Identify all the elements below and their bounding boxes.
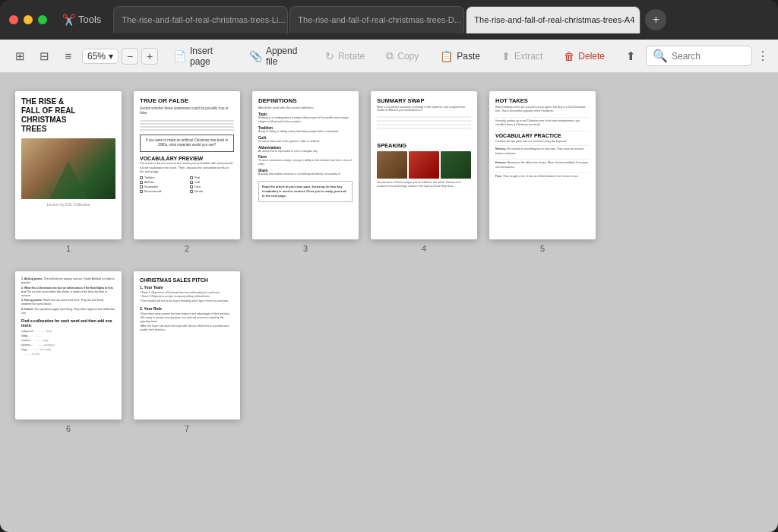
- page-wrapper-7: CHRISTMAS SALES PITCH 1. Your Team • Tea…: [134, 271, 240, 433]
- page-wrapper-3: DEFINITIONS Match the word with the corr…: [252, 91, 359, 253]
- zoom-level: 65%: [87, 51, 106, 62]
- page-thumb-6[interactable]: 1. Adding points: The artificial tree al…: [15, 271, 122, 420]
- append-file-icon: 📎: [249, 50, 262, 62]
- page3-subtitle: Match the word with the correct definiti…: [258, 106, 353, 109]
- toolbar2-right: ⬆ 🔍 ⋮: [620, 46, 769, 67]
- page-number-5: 5: [540, 244, 545, 253]
- page-thumb-4[interactable]: SUMMARY SWAP Write a 5-sentence summary,…: [371, 91, 477, 239]
- toolbar2-center: 📄 Insert page 📎 Append file ↻ Rotate ⧉ C…: [169, 43, 609, 70]
- titlebar: ✂️ Tools The-rise-and-fall-of-real-chris…: [0, 0, 778, 40]
- pages-row-1: THE RISE &FALL OF REALCHRISTMASTREES Les…: [15, 91, 763, 253]
- page5-vocab-ex3: Face: They bought a tree. It has an inhi…: [495, 175, 590, 179]
- minimize-button[interactable]: [24, 15, 33, 24]
- more-options-icon[interactable]: ⋮: [757, 49, 769, 63]
- page-wrapper-5: HOT TAKES Real Christmas trees are just …: [489, 91, 596, 253]
- page2-vocab-title: VOCABULARY PREVIEW: [140, 156, 234, 161]
- copy-icon: ⧉: [386, 49, 394, 62]
- insert-page-button[interactable]: 📄 Insert page: [169, 43, 232, 70]
- page-thumb-3[interactable]: DEFINITIONS Match the word with the corr…: [252, 91, 359, 239]
- page-thumb-2[interactable]: TRUE OR FALSE Decide whether these state…: [134, 91, 240, 239]
- page1-cover-image: [21, 138, 115, 199]
- tab-3-close[interactable]: ✕: [639, 14, 640, 25]
- page-thumb-7[interactable]: CHRISTMAS SALES PITCH 1. Your Team • Tea…: [134, 271, 240, 420]
- delete-icon: 🗑: [564, 50, 574, 62]
- page6-lines: 1. Adding points: The artificial tree al…: [21, 277, 115, 315]
- list-view[interactable]: ≡: [58, 46, 79, 67]
- tab-1[interactable]: The-rise-and-fall-of-real-christmas-tree…: [113, 6, 288, 33]
- page-number-7: 7: [185, 424, 189, 433]
- page4-image-1: [377, 151, 407, 179]
- rotate-icon: ↻: [325, 50, 334, 62]
- extract-icon: ⬆: [501, 50, 511, 62]
- page2-title: TRUE OR FALSE: [140, 97, 234, 104]
- copy-button[interactable]: ⧉ Copy: [381, 46, 423, 65]
- main-content: THE RISE &FALL OF REALCHRISTMASTREES Les…: [0, 73, 778, 532]
- page-number-4: 4: [422, 244, 426, 253]
- search-box: 🔍: [646, 46, 752, 66]
- page2-vocab-sub: Put a tick in the box next to the words …: [140, 161, 234, 174]
- page2-line2: [140, 123, 234, 125]
- zoom-minus-button[interactable]: −: [122, 48, 138, 65]
- insert-page-label: Insert page: [190, 46, 228, 67]
- page2-line3: [140, 126, 234, 128]
- delete-button[interactable]: 🗑 Delete: [559, 47, 609, 65]
- page7-section2: 2. Your Role • Each team must present th…: [140, 306, 234, 332]
- pages-row-2: 1. Adding points: The artificial tree al…: [15, 271, 763, 433]
- page4-subtitle: Write a 5-sentence summary, exchange it …: [377, 106, 471, 112]
- page2-box: If you were to make an artificial Christ…: [140, 135, 234, 153]
- zoom-display: 65% ▾: [82, 49, 119, 64]
- grid-view[interactable]: ⊟: [33, 46, 55, 67]
- page-thumb-1[interactable]: THE RISE &FALL OF REALCHRISTMASTREES Les…: [15, 91, 122, 239]
- share-button[interactable]: ⬆: [620, 46, 641, 67]
- rotate-label: Rotate: [338, 51, 365, 62]
- page5-para2: Honestly, putting up a real Christmas tr…: [495, 119, 590, 128]
- close-button[interactable]: [9, 15, 18, 24]
- traffic-lights: [9, 15, 47, 24]
- append-file-label: Append file: [266, 46, 304, 67]
- chevron-down-icon: ▾: [109, 51, 113, 62]
- tab-2[interactable]: The-rise-and-fall-of-real-christmas-tree…: [289, 6, 464, 33]
- page2-subtitle: Decide whether these statements could be…: [140, 106, 234, 116]
- sidebar-toggle[interactable]: ⊞: [9, 46, 30, 67]
- tabs-container: The-rise-and-fall-of-real-christmas-tree…: [113, 6, 769, 33]
- page-wrapper-6: 1. Adding points: The artificial tree al…: [15, 271, 122, 433]
- tools-label: Tools: [78, 14, 101, 25]
- toolbar-left: ✂️ Tools: [56, 11, 107, 28]
- page2-line4: [140, 129, 234, 131]
- paste-button[interactable]: 📋 Paste: [435, 47, 485, 65]
- tools-icon: ✂️: [62, 14, 75, 26]
- zoom-plus-button[interactable]: +: [141, 48, 158, 65]
- page5-vocab-ex1: Memory: He noticed at something but no t…: [495, 147, 590, 156]
- page-number-2: 2: [185, 244, 189, 253]
- page-wrapper-1: THE RISE &FALL OF REALCHRISTMASTREES Les…: [15, 91, 122, 253]
- page4-images: [377, 151, 471, 179]
- page4-image-3: [441, 151, 471, 179]
- tab-2-label: The-rise-and-fall-of-real-christmas-tree…: [298, 15, 461, 24]
- page5-para1: Real Christmas trees are just just but y…: [495, 106, 590, 114]
- search-icon: 🔍: [653, 49, 668, 63]
- tools-menu[interactable]: ✂️ Tools: [56, 11, 107, 28]
- extract-button[interactable]: ⬆ Extract: [497, 47, 547, 65]
- search-input[interactable]: [672, 51, 745, 62]
- page7-section1: 1. Your Team • Team 1: Represent a Chris…: [140, 285, 234, 303]
- page-thumb-5[interactable]: HOT TAKES Real Christmas trees are just …: [489, 91, 596, 239]
- toolbar2-left: ⊞ ⊟ ≡ 65% ▾ − +: [9, 46, 158, 67]
- page-number-1: 1: [66, 244, 71, 253]
- page5-vocab-sub: Combine the two parts into one sentence …: [495, 140, 590, 144]
- page-number-6: 6: [66, 424, 71, 433]
- insert-page-icon: 📄: [173, 50, 186, 62]
- add-tab-icon: +: [653, 13, 659, 27]
- page-number-3: 3: [303, 244, 308, 253]
- maximize-button[interactable]: [38, 15, 47, 24]
- page6-collocation: Find a collocation for each word and the…: [21, 318, 115, 357]
- page7-title: CHRISTMAS SALES PITCH: [140, 277, 234, 283]
- tab-3[interactable]: The-rise-and-fall-of-real-christmas-tree…: [466, 6, 640, 33]
- page5-vocab-title: VOCABULARY PRACTICE: [495, 133, 590, 138]
- paste-icon: 📋: [440, 50, 453, 62]
- page-wrapper-2: TRUE OR FALSE Decide whether these state…: [134, 91, 240, 253]
- page4-speaking-sub: Choose three of these images you've rela…: [377, 181, 471, 188]
- append-file-button[interactable]: 📎 Append file: [245, 43, 308, 70]
- add-tab-button[interactable]: +: [645, 9, 666, 30]
- rotate-button[interactable]: ↻ Rotate: [321, 47, 369, 65]
- page2-line1: [140, 120, 234, 122]
